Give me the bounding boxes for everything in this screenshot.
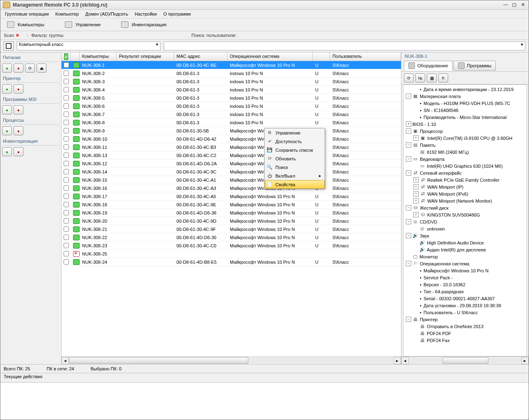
context-menu-item[interactable]: 🔍Поиск bbox=[265, 163, 325, 171]
tree-node[interactable]: ▭Intel(R) UHD Graphics 630 (1024 Мб) bbox=[403, 162, 527, 169]
expand-icon[interactable]: + bbox=[413, 198, 419, 203]
row-checkbox[interactable] bbox=[64, 218, 69, 224]
tree-node[interactable]: 🖶PDF24 Fax bbox=[403, 337, 527, 344]
tree-node[interactable]: −🔊Звук bbox=[403, 232, 527, 239]
tree-node[interactable]: •Майкрософт Windows 10 Pro N bbox=[403, 267, 527, 274]
col-computers[interactable]: Компьютеры bbox=[80, 52, 117, 61]
menu-item[interactable]: Домен (AD)/Подсеть bbox=[82, 11, 131, 17]
tree-node[interactable]: +⛁KINGSTON SUV500480G bbox=[403, 211, 527, 218]
row-checkbox[interactable] bbox=[64, 259, 69, 265]
expand-icon[interactable]: + bbox=[413, 177, 419, 183]
scan-cancel-icon[interactable]: ✕ bbox=[16, 33, 19, 38]
restart-button[interactable]: ⟳ bbox=[25, 64, 35, 73]
table-row[interactable]: NUK-308-2300-D8-61-30-4C-C0Майкрософт Wi… bbox=[62, 242, 401, 250]
tree-node[interactable]: −▭Видеокарта bbox=[403, 155, 527, 162]
tree-node[interactable]: −⇄Сетевой интерфейс bbox=[403, 169, 527, 176]
row-checkbox[interactable] bbox=[64, 202, 69, 207]
row-checkbox[interactable] bbox=[64, 136, 69, 142]
tree-node[interactable]: −⚐Операционная система bbox=[403, 260, 527, 267]
tree-node[interactable]: •Service Pack - bbox=[403, 274, 527, 281]
print-settings-button[interactable]: ● bbox=[14, 84, 23, 94]
scan-button[interactable] bbox=[4, 41, 14, 50]
row-checkbox[interactable] bbox=[64, 243, 69, 248]
table-row[interactable]: NUK-308-2000-D8-61-30-4C-9DМайкрософт Wi… bbox=[62, 217, 401, 225]
tree-node[interactable]: •Serial - 00332-00021-40827-AA307 bbox=[403, 295, 527, 302]
row-checkbox[interactable] bbox=[64, 169, 69, 174]
collapse-icon[interactable]: − bbox=[406, 170, 411, 176]
power-off-button[interactable]: ● bbox=[14, 64, 23, 73]
row-checkbox[interactable] bbox=[64, 177, 69, 183]
table-row[interactable]: NUK-308-700-D8-61-3indows 10 Pro NUS\Кла… bbox=[62, 110, 401, 119]
tree-node[interactable]: +⇄WAN Miniport (IP) bbox=[403, 183, 527, 190]
collapse-icon[interactable]: − bbox=[406, 156, 411, 162]
tree-node[interactable]: −▤Память bbox=[403, 142, 527, 148]
main-tab[interactable]: Инвентаризация bbox=[117, 20, 171, 29]
collapse-icon[interactable]: − bbox=[406, 219, 411, 224]
print-button[interactable]: ● bbox=[2, 84, 12, 94]
group-filter-combo[interactable]: Компьютерный класс▾ bbox=[17, 41, 160, 50]
row-checkbox[interactable] bbox=[64, 87, 69, 92]
collapse-icon[interactable]: − bbox=[406, 128, 411, 134]
row-checkbox[interactable] bbox=[64, 128, 69, 133]
col-mac[interactable]: MAC адрес bbox=[174, 52, 227, 61]
tree-node[interactable]: +▣Intel(R) Core(TM) i3-8100 CPU @ 3.60GH bbox=[403, 135, 527, 142]
expand-icon[interactable]: + bbox=[413, 191, 419, 196]
refresh-button[interactable]: ⟳ bbox=[404, 73, 414, 82]
details-tab[interactable]: Программы bbox=[453, 61, 496, 71]
collapse-icon[interactable]: − bbox=[406, 205, 411, 210]
table-row[interactable]: NUK-308-25 bbox=[62, 250, 401, 258]
expand-icon[interactable]: + bbox=[406, 121, 411, 127]
row-checkbox[interactable] bbox=[64, 112, 69, 117]
tree-node[interactable]: 🖶PDF24 PDF bbox=[403, 330, 527, 337]
context-menu-item[interactable]: ⚙Управление bbox=[265, 128, 325, 137]
row-checkbox[interactable] bbox=[64, 71, 69, 76]
context-menu-item[interactable]: 💾Сохранить список bbox=[265, 146, 325, 154]
row-checkbox[interactable] bbox=[64, 120, 69, 125]
tree-node[interactable]: •Модель - H310M PRO-VDH PLUS (MS-7C bbox=[403, 100, 527, 107]
inv-hw-button[interactable]: ● bbox=[2, 147, 12, 156]
row-checkbox[interactable] bbox=[64, 103, 69, 109]
proc-kill-button[interactable]: ● bbox=[14, 126, 23, 135]
row-checkbox[interactable] bbox=[64, 251, 69, 256]
tree-node[interactable]: 🖵Монитор bbox=[403, 253, 527, 260]
proc-list-button[interactable]: ● bbox=[2, 126, 12, 135]
tree-node[interactable]: +BIOS - 1.10 bbox=[403, 121, 527, 128]
expand-icon[interactable]: + bbox=[413, 212, 419, 217]
details-hscroll[interactable]: ◂▸ bbox=[401, 356, 529, 364]
expand-icon[interactable]: + bbox=[413, 184, 419, 189]
lock-button[interactable]: ⏏ bbox=[37, 64, 46, 73]
table-row[interactable]: NUK-308-100-D8-61-30-4C-BEМайкрософт Win… bbox=[62, 61, 401, 69]
menu-item[interactable]: О программе bbox=[160, 11, 194, 17]
tree-node[interactable]: •Версия - 10.0.18362 bbox=[403, 281, 527, 288]
tree-node[interactable]: ▤8192 Мб (2400 МГц) bbox=[403, 148, 527, 155]
table-row[interactable]: NUK-308-300-D8-61-3indows 10 Pro NUS\Кла… bbox=[62, 78, 401, 86]
export-button[interactable]: ▦ bbox=[427, 73, 437, 82]
maximize-button[interactable]: ▢ bbox=[511, 2, 518, 8]
close-button[interactable]: ✕ bbox=[520, 2, 526, 8]
tree-node[interactable]: 🔊Аудио Intel(R) для дисплеев bbox=[403, 246, 527, 253]
table-row[interactable]: NUK-308-1600-D8-61-30-4C-A3Майкрософт Wi… bbox=[62, 184, 401, 192]
collapse-icon[interactable]: − bbox=[406, 142, 411, 148]
tree-node[interactable]: −🖶Принтер bbox=[403, 316, 527, 323]
collapse-icon[interactable]: − bbox=[406, 233, 411, 238]
tree-node[interactable]: ◎unknown bbox=[403, 225, 527, 232]
table-row[interactable]: NUK-308-1000-D8-61-4D-D6-42Майкрософт Wi… bbox=[62, 135, 401, 143]
context-menu-item[interactable]: ⟳Обновить bbox=[265, 154, 325, 163]
install-button[interactable]: ● bbox=[2, 105, 12, 114]
tree-node[interactable]: •Дата и время инвентаризации - 23.12.201… bbox=[403, 86, 527, 93]
tree-node[interactable]: •Пользователь - U S\Класс bbox=[403, 309, 527, 316]
col-u[interactable] bbox=[313, 52, 330, 61]
tree-node[interactable]: −◎CD/DVD bbox=[403, 218, 527, 225]
row-checkbox[interactable] bbox=[64, 144, 69, 150]
table-row[interactable]: NUK-308-1900-D8-61-4D-D6-38Майкрософт Wi… bbox=[62, 209, 401, 217]
tree-node[interactable]: •Производитель - Micro-Star Internationa… bbox=[403, 114, 527, 121]
minimize-button[interactable]: — bbox=[502, 2, 509, 8]
serial-button[interactable]: № bbox=[415, 73, 425, 82]
tree-node[interactable]: •SN - IC16408546 bbox=[403, 107, 527, 114]
hardware-tree[interactable]: •Дата и время инвентаризации - 23.12.201… bbox=[403, 84, 527, 356]
menu-item[interactable]: Компьютер bbox=[53, 11, 82, 17]
tree-node[interactable]: 🖶Отправить в OneNote 2013 bbox=[403, 323, 527, 330]
expand-icon[interactable]: + bbox=[413, 135, 419, 141]
tree-node[interactable]: •Дата установки - 29.08.2019 18:38:38 bbox=[403, 302, 527, 309]
inv-sw-button[interactable]: ● bbox=[14, 147, 23, 156]
